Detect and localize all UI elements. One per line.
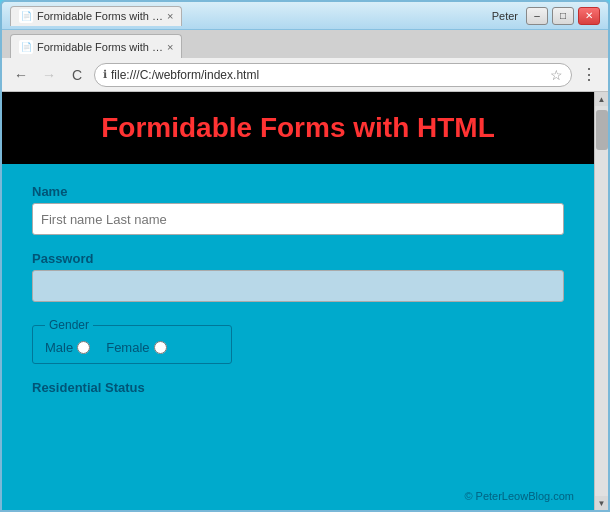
password-field-group: Password xyxy=(32,251,564,302)
female-radio[interactable] xyxy=(154,341,167,354)
scroll-track[interactable] xyxy=(595,106,608,496)
page-body: Name Password Gender Male xyxy=(2,164,594,431)
female-option: Female xyxy=(106,340,166,355)
scroll-up-arrow[interactable]: ▲ xyxy=(595,92,609,106)
male-radio[interactable] xyxy=(77,341,90,354)
page-header: Formidable Forms with HTML xyxy=(2,92,594,164)
browser-tab[interactable]: 📄 Formidable Forms with … × xyxy=(10,34,182,58)
scroll-down-arrow[interactable]: ▼ xyxy=(595,496,609,510)
page-title: Formidable Forms with HTML xyxy=(32,112,564,144)
male-label: Male xyxy=(45,340,73,355)
name-label: Name xyxy=(32,184,564,199)
back-button[interactable]: ← xyxy=(10,64,32,86)
tabs-bar: 📄 Formidable Forms with … × xyxy=(2,30,608,58)
webpage: Formidable Forms with HTML Name Password xyxy=(2,92,594,510)
nav-bar: ← → C ℹ file:///C:/webform/index.html ☆ … xyxy=(2,58,608,92)
close-button[interactable]: ✕ xyxy=(578,7,600,25)
tab-close-button[interactable]: × xyxy=(167,41,173,53)
scrollbar[interactable]: ▲ ▼ xyxy=(594,92,608,510)
copyright: © PeterLeowBlog.com xyxy=(464,490,574,502)
scroll-thumb[interactable] xyxy=(596,110,608,150)
title-bar: 📄 Formidable Forms with … × Peter – □ ✕ xyxy=(2,2,608,30)
bookmark-icon[interactable]: ☆ xyxy=(550,67,563,83)
title-bar-right: Peter – □ ✕ xyxy=(492,7,600,25)
male-option: Male xyxy=(45,340,90,355)
gender-legend: Gender xyxy=(45,318,93,332)
password-input[interactable] xyxy=(32,270,564,302)
browser-chrome: 📄 Formidable Forms with … × ← → C ℹ file… xyxy=(2,30,608,92)
minimize-button[interactable]: – xyxy=(526,7,548,25)
address-url: file:///C:/webform/index.html xyxy=(111,68,546,82)
maximize-button[interactable]: □ xyxy=(552,7,574,25)
title-bar-left: 📄 Formidable Forms with … × xyxy=(10,6,492,26)
address-bar[interactable]: ℹ file:///C:/webform/index.html ☆ xyxy=(94,63,572,87)
female-label: Female xyxy=(106,340,149,355)
gender-options: Male Female xyxy=(45,340,219,355)
content-area: Formidable Forms with HTML Name Password xyxy=(2,92,608,510)
refresh-button[interactable]: C xyxy=(66,64,88,86)
user-label: Peter xyxy=(492,10,518,22)
window-frame: 📄 Formidable Forms with … × Peter – □ ✕ … xyxy=(0,0,610,512)
menu-button[interactable]: ⋮ xyxy=(578,64,600,86)
forward-button[interactable]: → xyxy=(38,64,60,86)
name-field-group: Name xyxy=(32,184,564,235)
password-label: Password xyxy=(32,251,564,266)
title-tab-close[interactable]: × xyxy=(167,10,173,22)
title-tab-label: Formidable Forms with … xyxy=(37,10,163,22)
tab-label: Formidable Forms with … xyxy=(37,41,163,53)
page-icon: 📄 xyxy=(19,9,33,23)
residential-field-group: Residential Status xyxy=(32,380,564,395)
gender-field-group: Gender Male Female xyxy=(32,318,564,364)
tab-icon: 📄 xyxy=(19,40,33,54)
title-tab: 📄 Formidable Forms with … × xyxy=(10,6,182,26)
residential-label: Residential Status xyxy=(32,380,564,395)
address-info-icon: ℹ xyxy=(103,68,107,81)
gender-fieldset: Gender Male Female xyxy=(32,318,232,364)
name-input[interactable] xyxy=(32,203,564,235)
